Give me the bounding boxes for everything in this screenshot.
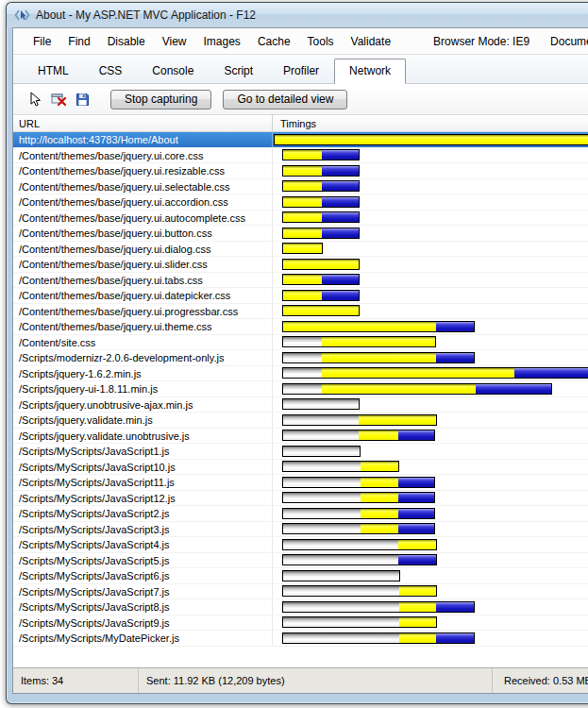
timing-segment-yellow [399, 602, 436, 612]
timing-bar [282, 398, 360, 410]
tab-html[interactable]: HTML [23, 59, 84, 84]
tab-profiler[interactable]: Profiler [268, 59, 334, 84]
request-url: /Scripts/jquery.unobtrusive-ajax.min.js [13, 397, 273, 413]
browser-mode-menu[interactable]: Browser Mode: IE9 [433, 35, 529, 48]
request-row[interactable]: /Content/themes/base/jquery.ui.progressb… [13, 304, 588, 320]
tab-script[interactable]: Script [209, 59, 268, 84]
request-row[interactable]: /Scripts/MyScripts/JavaScript10.js [13, 460, 588, 476]
request-url: /Content/themes/base/jquery.ui.resizable… [13, 163, 273, 178]
request-row[interactable]: /Scripts/jquery-1.6.2.min.js [13, 366, 588, 382]
timing-segment-yellow [399, 586, 436, 596]
request-url: /Scripts/MyScripts/JavaScript1.js [13, 444, 273, 459]
timing-segment-blue [322, 228, 359, 238]
timing-segment-gray [283, 602, 399, 612]
request-row[interactable]: /Content/themes/base/jquery.ui.button.cs… [13, 226, 588, 242]
timing-segment-gray [283, 540, 398, 549]
request-row[interactable]: /Scripts/MyScripts/JavaScript5.js [13, 553, 588, 569]
request-row[interactable]: /Content/themes/base/jquery.ui.theme.css [13, 319, 588, 335]
request-row[interactable]: /Scripts/MyScripts/JavaScript7.js [13, 584, 588, 600]
menu-find[interactable]: Find [59, 32, 98, 51]
request-timings-cell [273, 350, 588, 365]
request-url: /Scripts/jquery.validate.min.js [13, 413, 273, 428]
timing-bar [282, 632, 475, 644]
request-timings-cell [273, 304, 588, 319]
request-timings-cell [273, 148, 588, 163]
tab-css[interactable]: CSS [84, 59, 138, 84]
request-url: /Scripts/MyScripts/JavaScript4.js [13, 537, 273, 552]
request-url: /Content/themes/base/jquery.ui.slider.cs… [13, 257, 273, 272]
request-timings-cell [273, 381, 588, 396]
request-row[interactable]: /Scripts/MyScripts/JavaScript3.js [13, 522, 588, 538]
request-timings-cell [273, 194, 588, 210]
menu-images[interactable]: Images [195, 32, 249, 51]
request-url: /Scripts/jquery-ui-1.8.11.min.js [13, 381, 273, 396]
document-mode-menu[interactable]: Document Mode: IE9 standa [550, 35, 588, 48]
menu-validate[interactable]: Validate [343, 32, 399, 51]
request-url: /Scripts/MyScripts/JavaScript3.js [13, 522, 273, 537]
request-row[interactable]: /Scripts/jquery.validate.unobtrusive.js [13, 429, 588, 445]
menu-cache[interactable]: Cache [249, 32, 299, 51]
request-timings-cell [273, 631, 588, 646]
timing-segment-blue [322, 150, 359, 160]
request-url: /Content/themes/base/jquery.ui.dialog.cs… [13, 242, 273, 257]
request-row[interactable]: /Content/themes/base/jquery.ui.accordion… [13, 194, 588, 211]
request-row[interactable]: /Content/themes/base/jquery.ui.slider.cs… [13, 257, 588, 273]
request-row[interactable]: /Scripts/MyScripts/JavaScript6.js [13, 568, 588, 584]
request-timings-cell [273, 366, 588, 381]
timing-bar [282, 414, 437, 426]
timing-bar [282, 336, 436, 347]
timing-bar [282, 430, 435, 441]
menu-disable[interactable]: Disable [99, 32, 154, 51]
timing-segment-gray [283, 353, 322, 362]
menu-file[interactable]: File [25, 32, 59, 51]
tab-network[interactable]: Network [334, 59, 406, 84]
request-row[interactable]: /Scripts/MyScripts/JavaScript1.js [13, 444, 588, 460]
request-row[interactable]: /Scripts/MyScripts/JavaScript8.js [13, 599, 588, 615]
devtools-app-icon [14, 8, 30, 22]
go-to-detailed-view-button[interactable]: Go to detailed view [223, 90, 347, 110]
request-row[interactable]: /Content/site.css [13, 335, 588, 351]
request-row[interactable]: /Content/themes/base/jquery.ui.resizable… [13, 163, 588, 179]
request-row[interactable]: /Content/themes/base/jquery.ui.tabs.css [13, 273, 588, 289]
request-row[interactable]: /Content/themes/base/jquery.ui.autocompl… [13, 211, 588, 227]
request-row[interactable]: http://localhost:43783/Home/About [13, 132, 588, 148]
column-header-url[interactable]: URL [13, 115, 273, 131]
request-row[interactable]: /Content/themes/base/jquery.ui.dialog.cs… [13, 242, 588, 258]
stop-capturing-button[interactable]: Stop capturing [110, 90, 211, 110]
timing-segment-yellow [283, 244, 322, 253]
timing-bar [282, 367, 588, 379]
request-rows: http://localhost:43783/Home/About /Conte… [13, 132, 588, 667]
request-row[interactable]: /Scripts/modernizr-2.0.6-development-onl… [13, 350, 588, 366]
timing-segment-yellow [283, 291, 322, 300]
pointer-icon[interactable] [26, 91, 43, 108]
request-row[interactable]: /Scripts/MyScripts/JavaScript4.js [13, 537, 588, 553]
network-toolbar: Stop capturing Go to detailed view [13, 84, 588, 115]
timing-segment-gray [283, 493, 361, 502]
request-row[interactable]: /Content/themes/base/jquery.ui.selectabl… [13, 179, 588, 195]
request-row[interactable]: /Content/themes/base/jquery.ui.core.css [13, 148, 588, 164]
title-bar[interactable]: About - My ASP.NET MVC Application - F12 [7, 3, 588, 27]
timing-segment-gray [283, 586, 399, 596]
request-row[interactable]: /Scripts/MyScripts/JavaScript11.js [13, 475, 588, 491]
timing-segment-yellow [283, 322, 436, 331]
column-header-timings[interactable]: Timings [273, 115, 588, 131]
tab-console[interactable]: Console [137, 59, 209, 84]
request-row[interactable]: /Scripts/jquery.validate.min.js [13, 413, 588, 429]
clear-session-icon[interactable] [50, 91, 67, 108]
timing-segment-yellow [322, 384, 476, 394]
request-row[interactable]: /Scripts/jquery.unobtrusive-ajax.min.js [13, 397, 588, 413]
request-row[interactable]: /Scripts/jquery-ui-1.8.11.min.js [13, 381, 588, 397]
request-timings-cell [273, 132, 588, 147]
menu-tools[interactable]: Tools [299, 32, 343, 51]
request-row[interactable]: /Scripts/MyScripts/JavaScript2.js [13, 506, 588, 522]
request-row[interactable]: /Scripts/MyScripts/MyDatePicker.js [13, 631, 588, 647]
request-timings-cell [273, 273, 588, 288]
request-row[interactable]: /Scripts/MyScripts/JavaScript12.js [13, 491, 588, 507]
menu-view[interactable]: View [154, 32, 195, 51]
timing-bar [282, 211, 360, 223]
timing-segment-blue [322, 181, 359, 191]
request-row[interactable]: /Content/themes/base/jquery.ui.datepicke… [13, 288, 588, 304]
request-timings-cell [273, 163, 588, 178]
request-row[interactable]: /Scripts/MyScripts/JavaScript9.js [13, 615, 588, 632]
save-icon[interactable] [74, 91, 91, 108]
